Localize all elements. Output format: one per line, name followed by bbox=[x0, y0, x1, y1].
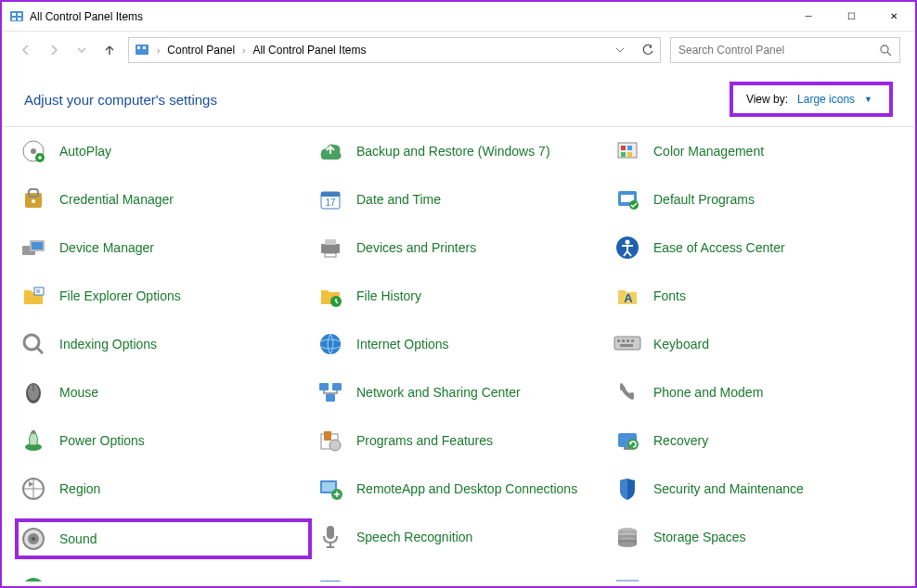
item-label: Recovery bbox=[653, 433, 708, 449]
control-panel-item-device-manager[interactable]: Device Manager bbox=[15, 229, 312, 266]
search-box[interactable] bbox=[670, 37, 900, 63]
item-label: Keyboard bbox=[653, 337, 709, 352]
control-panel-item-sync[interactable]: Sync Center bbox=[15, 570, 312, 582]
control-panel-item-credential[interactable]: Credential Manager bbox=[15, 181, 312, 218]
control-panel-item-programs[interactable]: Programs and Features bbox=[312, 422, 609, 459]
control-panel-item-security[interactable]: Security and Maintenance bbox=[609, 470, 906, 507]
control-panel-item-mouse[interactable]: Mouse bbox=[15, 374, 312, 411]
svg-line-9 bbox=[887, 52, 891, 56]
control-panel-icon bbox=[135, 43, 149, 58]
control-panel-item-internet[interactable]: Internet Options bbox=[312, 326, 609, 363]
remoteapp-icon bbox=[316, 474, 345, 504]
forward-button[interactable] bbox=[45, 41, 63, 59]
item-label: Power Options bbox=[59, 433, 145, 449]
network-icon bbox=[316, 377, 345, 407]
svg-point-57 bbox=[329, 440, 341, 451]
control-panel-item-file-explorer[interactable]: File Explorer Options bbox=[15, 277, 312, 314]
item-label: Ease of Access Center bbox=[653, 240, 785, 256]
control-panel-item-taskbar[interactable]: Taskbar and Navigation bbox=[609, 570, 906, 582]
control-panel-item-remoteapp[interactable]: RemoteApp and Desktop Connections bbox=[312, 470, 609, 507]
item-label: Internet Options bbox=[356, 337, 449, 352]
breadcrumb-current[interactable]: All Control Panel Items bbox=[252, 44, 366, 57]
svg-point-38 bbox=[24, 335, 39, 350]
search-icon bbox=[879, 44, 892, 57]
close-button[interactable]: ✕ bbox=[872, 2, 915, 32]
control-panel-item-sound[interactable]: Sound bbox=[15, 518, 312, 559]
ease-access-icon bbox=[613, 233, 642, 262]
svg-rect-45 bbox=[631, 339, 634, 342]
svg-rect-41 bbox=[614, 337, 640, 350]
view-by-selector[interactable]: View by: Large icons ▼ bbox=[730, 82, 893, 117]
item-label: File History bbox=[356, 288, 421, 304]
svg-point-40 bbox=[320, 334, 341, 354]
maximize-button[interactable]: ☐ bbox=[830, 2, 872, 32]
control-panel-item-phone[interactable]: Phone and Modem bbox=[609, 374, 906, 411]
sound-icon bbox=[19, 524, 48, 554]
svg-text:17: 17 bbox=[325, 198, 336, 208]
device-manager-icon bbox=[19, 233, 48, 262]
control-panel-item-power[interactable]: Power Options bbox=[15, 422, 312, 459]
refresh-icon[interactable] bbox=[641, 44, 654, 57]
backup-icon bbox=[316, 136, 345, 166]
subheader: Adjust your computer's settings View by:… bbox=[2, 69, 915, 126]
item-label: Fonts bbox=[653, 288, 686, 304]
color-icon bbox=[613, 136, 642, 166]
control-panel-item-default-programs[interactable]: Default Programs bbox=[609, 181, 906, 218]
dropdown-icon[interactable] bbox=[615, 45, 625, 55]
control-panel-item-storage[interactable]: Storage Spaces bbox=[609, 518, 906, 556]
storage-icon bbox=[613, 522, 642, 552]
control-panel-item-devices-printers[interactable]: Devices and Printers bbox=[312, 229, 609, 266]
page-title: Adjust your computer's settings bbox=[24, 92, 217, 108]
item-label: Color Management bbox=[653, 144, 764, 160]
control-panel-item-speech[interactable]: Speech Recognition bbox=[312, 518, 609, 556]
svg-rect-16 bbox=[621, 152, 626, 157]
item-label: Mouse bbox=[59, 385, 98, 401]
item-label: AutoPlay bbox=[59, 144, 111, 160]
control-panel-item-datetime[interactable]: 17Date and Time bbox=[312, 181, 609, 218]
svg-rect-52 bbox=[326, 394, 335, 402]
svg-point-77 bbox=[618, 542, 637, 547]
sync-icon bbox=[19, 574, 48, 582]
system-icon bbox=[316, 574, 345, 582]
control-panel-item-system[interactable]: System bbox=[312, 570, 609, 582]
control-panel-item-fonts[interactable]: AFonts bbox=[609, 277, 906, 314]
control-panel-item-file-history[interactable]: File History bbox=[312, 277, 609, 314]
address-box[interactable]: › Control Panel › All Control Panel Item… bbox=[128, 37, 661, 63]
minimize-button[interactable]: ─ bbox=[787, 2, 830, 32]
svg-rect-46 bbox=[620, 344, 633, 347]
item-label: Backup and Restore (Windows 7) bbox=[356, 144, 550, 160]
svg-rect-79 bbox=[320, 581, 341, 582]
taskbar-icon bbox=[613, 574, 642, 582]
svg-rect-30 bbox=[321, 244, 340, 253]
svg-rect-17 bbox=[627, 152, 632, 157]
control-panel-item-color[interactable]: Color Management bbox=[609, 133, 906, 170]
view-by-value: Large icons bbox=[797, 93, 855, 106]
breadcrumb-separator: › bbox=[157, 45, 160, 56]
control-panel-item-backup[interactable]: Backup and Restore (Windows 7) bbox=[312, 133, 609, 170]
svg-rect-32 bbox=[325, 253, 336, 257]
svg-rect-6 bbox=[137, 46, 140, 49]
window-title: All Control Panel Items bbox=[30, 10, 787, 23]
chevron-down-icon: ▼ bbox=[864, 95, 872, 104]
back-button[interactable] bbox=[17, 41, 35, 59]
file-history-icon bbox=[316, 281, 345, 311]
address-bar: › Control Panel › All Control Panel Item… bbox=[2, 32, 915, 69]
svg-rect-42 bbox=[617, 339, 620, 342]
item-label: Device Manager bbox=[59, 240, 154, 256]
control-panel-item-autoplay[interactable]: AutoPlay bbox=[15, 133, 312, 170]
control-panel-item-keyboard[interactable]: Keyboard bbox=[609, 326, 906, 363]
mouse-icon bbox=[19, 377, 48, 407]
breadcrumb-root[interactable]: Control Panel bbox=[167, 44, 235, 57]
control-panel-item-ease-access[interactable]: Ease of Access Center bbox=[609, 229, 906, 266]
control-panel-item-network[interactable]: Network and Sharing Center bbox=[312, 374, 609, 411]
control-panel-item-indexing[interactable]: Indexing Options bbox=[15, 326, 312, 363]
control-panel-item-recovery[interactable]: Recovery bbox=[609, 422, 906, 459]
up-button[interactable] bbox=[100, 41, 119, 59]
content-area: AutoPlayBackup and Restore (Windows 7)Co… bbox=[2, 127, 915, 582]
search-input[interactable] bbox=[678, 44, 879, 57]
file-explorer-icon bbox=[19, 281, 48, 311]
control-panel-item-region[interactable]: Region bbox=[15, 470, 312, 507]
item-label: Region bbox=[59, 481, 100, 497]
recent-button[interactable] bbox=[72, 41, 91, 59]
security-icon bbox=[613, 474, 642, 504]
